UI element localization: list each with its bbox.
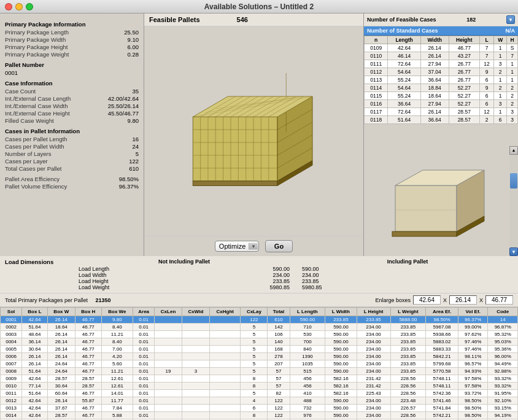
enlarge-y-input[interactable] bbox=[449, 295, 477, 305]
cases-per-width-label: Cases per Pallet Width bbox=[5, 143, 64, 150]
vol-eff-row: Pallet Volume Efficiency 96.37% bbox=[5, 183, 139, 190]
scroll-up-btn[interactable]: ▲ bbox=[509, 146, 518, 155]
left-panel: Primary Package Information Primary Pack… bbox=[0, 14, 144, 256]
standard-cases-label: Number of Standard Cases bbox=[367, 28, 438, 34]
enlarge-total-row: Total Primary Packages per Pallet 21350 … bbox=[0, 294, 518, 307]
pkg-height-value: 6.00 bbox=[128, 44, 139, 50]
vol-eff-label: Pallet Volume Efficiency bbox=[5, 183, 67, 190]
cases-per-length-row: Cases per Pallet Length 16 bbox=[5, 136, 139, 142]
feasible-label: Feasible Pallets bbox=[149, 16, 200, 23]
total-primary-label: Total Primary Packages per Pallet bbox=[5, 297, 88, 303]
x-separator: X bbox=[443, 297, 447, 303]
scroll-thumb bbox=[510, 173, 517, 189]
pallet-info-title: Cases in Pallet Information bbox=[5, 128, 139, 134]
table-row[interactable]: 000348.6426.1446.7711.210.015106530590.0… bbox=[1, 331, 518, 338]
load-height-not-incl: Load Height 233.85 bbox=[79, 278, 290, 284]
table-row[interactable]: 000726.1424.6446.775.600.0152071035590.0… bbox=[1, 360, 518, 368]
not-incl-col: Not Including Pallet Load Length 590.00 … bbox=[79, 259, 290, 290]
pkg-length-row: Primary Package Length 25.50 bbox=[5, 29, 139, 36]
area-eff-label: Pallet Area Efficiency bbox=[5, 176, 60, 182]
enlarge-z-input[interactable] bbox=[485, 295, 513, 305]
case-length-row: Int./External Case Length 42.00/42.64 bbox=[5, 95, 139, 102]
case-info-title: Case Information bbox=[5, 80, 139, 87]
optimize-select[interactable]: Optimize bbox=[215, 241, 259, 252]
case-width-label: Int./External Case Width bbox=[5, 103, 68, 109]
standard-cases-row: Number of Standard Cases N/A bbox=[364, 26, 518, 36]
case-count-row: Case Count 35 bbox=[5, 88, 139, 95]
cases-per-width-value: 24 bbox=[132, 143, 139, 150]
cases-per-layer-row: Cases per Layer 122 bbox=[5, 158, 139, 165]
small-3d-visualization: ▲ ▼ bbox=[364, 146, 518, 257]
table-row[interactable]: 000436.1426.1446.778.400.015140700590.00… bbox=[1, 338, 518, 346]
title-bar: Available Solutions – Untitled 2 bbox=[0, 0, 518, 14]
cases-table-row: 010942.6426.1446.7771S bbox=[365, 44, 518, 52]
table-row[interactable]: 000530.6426.1446.777.000.015168840590.00… bbox=[1, 346, 518, 353]
cases-per-length-value: 16 bbox=[132, 136, 139, 142]
case-count-value: 35 bbox=[132, 88, 139, 95]
table-row[interactable]: 000251.6418.6446.778.400.015142710590.00… bbox=[1, 324, 518, 331]
main-data-table: SolBox LBox WBox HBox WeAreaCxLenCxWidCx… bbox=[0, 307, 518, 420]
efficiency-section: Pallet Area Efficiency 98.50% Pallet Vol… bbox=[5, 176, 139, 190]
pkg-height-row: Primary Package Height 6.00 bbox=[5, 44, 139, 50]
table-row[interactable]: 000851.6424.6446.7711.210.01193557515590… bbox=[1, 368, 518, 375]
info-area: Load Dimensions Not Including Pallet Loa… bbox=[0, 256, 518, 307]
case-height-row: Int./External Case Height 45.50/46.77 bbox=[5, 110, 139, 117]
cases-table-row: 011046.1426.1443.27717 bbox=[365, 52, 518, 60]
col-width: Width bbox=[420, 36, 449, 44]
cases-per-width-row: Cases per Pallet Width 24 bbox=[5, 143, 139, 150]
num-layers-row: Number of Layers 5 bbox=[5, 150, 139, 157]
table-row[interactable]: 000942.6428.5728.5712.610.01857456582.16… bbox=[1, 375, 518, 383]
cases-table-row: 011454.6418.8452.27922 bbox=[365, 84, 518, 92]
area-eff-value: 98.50% bbox=[119, 176, 139, 182]
cases-per-length-label: Cases per Pallet Length bbox=[5, 136, 67, 142]
enlarge-boxes-area: Enlarge boxes X X bbox=[375, 295, 513, 305]
cases-table-row: 011555.2418.6452.27612 bbox=[365, 92, 518, 100]
vol-eff-value: 96.37% bbox=[119, 183, 139, 190]
table-row[interactable]: 000142.6426.1446.779.800.01122610590.002… bbox=[1, 316, 518, 324]
table-row[interactable]: 000626.1426.1446.774.200.0152781390590.0… bbox=[1, 353, 518, 360]
pallet-svg bbox=[187, 73, 322, 190]
cases-table: n Length Width Height L W H 010942.6426.… bbox=[364, 36, 518, 146]
cases-table-row: 011772.6426.1428.571213 bbox=[365, 108, 518, 116]
standard-cases-value: N/A bbox=[506, 28, 516, 34]
go-button[interactable]: Go bbox=[265, 240, 293, 252]
svg-rect-38 bbox=[193, 181, 277, 185]
y-separator: X bbox=[479, 297, 483, 303]
feasible-dropdown-icon[interactable]: ▼ bbox=[506, 15, 515, 24]
col-h: H bbox=[507, 36, 518, 44]
table-row[interactable]: 001242.6426.1455.8711.770.014122488590.0… bbox=[1, 397, 518, 405]
pallet-number-title: Pallet Number bbox=[5, 61, 139, 68]
pkg-length-label: Primary Package Length bbox=[5, 29, 69, 36]
maximize-button[interactable] bbox=[26, 3, 33, 10]
load-height-incl: 233.85 bbox=[302, 278, 513, 284]
enlarge-x-input[interactable] bbox=[413, 295, 441, 305]
case-height-label: Int./External Case Height bbox=[5, 110, 70, 117]
num-layers-value: 5 bbox=[136, 150, 139, 157]
optimize-select-wrapper[interactable]: Optimize ▼ bbox=[215, 241, 259, 252]
pkg-length-value: 25.50 bbox=[124, 29, 139, 36]
total-cases-value: 610 bbox=[129, 165, 139, 172]
svg-rect-44 bbox=[392, 231, 457, 236]
total-primary-area: Total Primary Packages per Pallet 21350 bbox=[5, 297, 111, 303]
cases-table-row: 011851.6436.6428.57263 bbox=[365, 116, 518, 124]
col-height: Height bbox=[449, 36, 479, 44]
pallet-number-value: 0001 bbox=[5, 69, 18, 76]
cases-table-row: 011636.6427.9452.27632 bbox=[365, 100, 518, 108]
pkg-height-label: Primary Package Height bbox=[5, 44, 68, 50]
incl-header: Including Pallet bbox=[302, 259, 513, 265]
minimize-button[interactable] bbox=[15, 3, 23, 10]
pkg-width-value: 9.10 bbox=[128, 36, 139, 43]
right-scrollbar[interactable]: ▲ ▼ bbox=[509, 146, 518, 257]
table-row[interactable]: 001442.6428.5746.775.880.018122976590.00… bbox=[1, 412, 518, 419]
feasible-cases-value: 182 bbox=[466, 17, 476, 23]
table-row[interactable]: 001151.6460.6446.7714.010.01582410582.16… bbox=[1, 390, 518, 397]
table-row[interactable]: 001342.6437.6746.777.840.016122732590.00… bbox=[1, 405, 518, 412]
incl-col: Including Pallet 590.00 234.00 233.85 59… bbox=[302, 259, 513, 290]
svg-rect-3 bbox=[193, 117, 277, 181]
pkg-weight-value: 0.28 bbox=[128, 51, 139, 58]
load-width-incl: 234.00 bbox=[302, 272, 513, 278]
scroll-down-btn[interactable]: ▼ bbox=[509, 247, 518, 256]
close-button[interactable] bbox=[5, 3, 12, 10]
pallet-number-section: Pallet Number 0001 bbox=[5, 61, 139, 76]
table-row[interactable]: 001077.1430.6428.5712.610.01857456582.16… bbox=[1, 383, 518, 390]
